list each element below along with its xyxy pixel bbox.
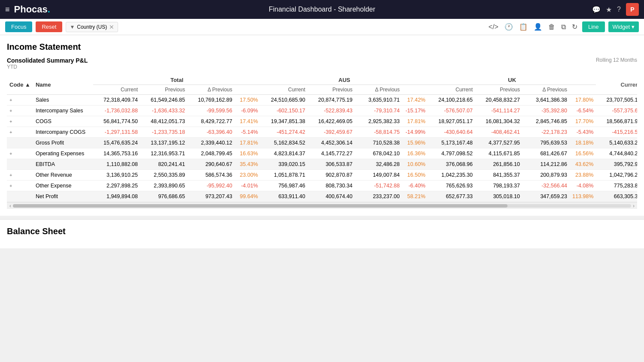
income-statement-section: Income Statement Consolidated Summary P&… bbox=[0, 35, 644, 216]
cell-aus-current: 24,510,685.90 bbox=[261, 95, 308, 106]
cell-name: EBITDA bbox=[33, 159, 93, 170]
refresh-icon[interactable]: ↻ bbox=[571, 21, 579, 32]
toolbar: Focus Reset ▼ Country (US) ✕ </> 🕐 📋 👤 🗑… bbox=[0, 19, 644, 35]
chat-icon[interactable]: 💬 bbox=[592, 6, 601, 14]
cell-extra-current: -557,375.64 bbox=[596, 106, 637, 116]
copy-icon[interactable]: ⧉ bbox=[560, 22, 567, 32]
scroll-left-icon[interactable]: ‹ bbox=[8, 203, 13, 209]
cell-code[interactable]: + bbox=[7, 181, 33, 191]
cell-aus-previous: 808,730.34 bbox=[308, 181, 355, 191]
cell-total-pct: -6.09% bbox=[235, 106, 261, 116]
cell-total-delta: -63,396.40 bbox=[188, 127, 235, 138]
horizontal-scrollbar[interactable]: ‹ › bbox=[7, 202, 637, 209]
cell-aus-previous: 20,874,775.19 bbox=[308, 95, 355, 106]
income-table: Code ▲ Name Total AUS UK Current Current… bbox=[7, 75, 637, 202]
scrollbar-thumb[interactable] bbox=[13, 204, 507, 208]
cell-code[interactable] bbox=[7, 138, 33, 148]
balance-sheet-section: Balance Sheet bbox=[0, 219, 644, 248]
cell-total-previous: 2,550,335.89 bbox=[140, 170, 188, 181]
cell-code[interactable]: + bbox=[7, 148, 33, 159]
cell-uk-delta: 114,212.86 bbox=[522, 159, 570, 170]
cell-extra-current: 663,305.35 bbox=[596, 191, 637, 202]
cell-uk-pct: 23.88% bbox=[570, 170, 596, 181]
scroll-right-icon[interactable]: › bbox=[631, 203, 636, 209]
cell-uk-previous: 20,458,832.27 bbox=[475, 95, 522, 106]
expand-icon[interactable]: + bbox=[9, 108, 12, 113]
cell-aus-current: 756,987.46 bbox=[261, 181, 308, 191]
expand-icon[interactable]: + bbox=[9, 130, 12, 135]
cell-name: Other Expense bbox=[33, 181, 93, 191]
cell-aus-current: 633,911.40 bbox=[261, 191, 308, 202]
cell-aus-pct: 58.21% bbox=[402, 191, 428, 202]
trash-icon[interactable]: 🗑 bbox=[547, 22, 556, 32]
cell-aus-current: 19,347,851.38 bbox=[261, 116, 308, 127]
widget-button[interactable]: Widget ▾ bbox=[608, 21, 639, 32]
reset-button[interactable]: Reset bbox=[36, 21, 62, 32]
cell-aus-current: 339,020.15 bbox=[261, 159, 308, 170]
cell-aus-previous: 400,674.40 bbox=[308, 191, 355, 202]
expand-icon[interactable]: + bbox=[9, 183, 12, 188]
cell-total-current: 3,136,910.25 bbox=[93, 170, 140, 181]
table-icon[interactable]: 📋 bbox=[518, 21, 529, 32]
hamburger-icon[interactable]: ≡ bbox=[5, 5, 10, 14]
cell-code[interactable]: + bbox=[7, 106, 33, 116]
balance-sheet-title: Balance Sheet bbox=[7, 226, 637, 236]
clock-icon[interactable]: 🕐 bbox=[503, 21, 514, 32]
cell-code[interactable] bbox=[7, 191, 33, 202]
cell-uk-current: 4,797,098.52 bbox=[428, 148, 475, 159]
cell-uk-previous: -541,114.27 bbox=[475, 106, 522, 116]
cell-extra-current: 18,566,871.95 bbox=[596, 116, 637, 127]
cell-total-previous: 820,241.41 bbox=[140, 159, 188, 170]
focus-button[interactable]: Focus bbox=[5, 21, 32, 32]
cell-uk-delta: -22,178.23 bbox=[522, 127, 570, 138]
cell-extra-current: -415,216.52 bbox=[596, 127, 637, 138]
cell-extra-current: 5,140,633.24 bbox=[596, 138, 637, 148]
th-aus-pct bbox=[402, 85, 428, 95]
cell-aus-current: 5,162,834.52 bbox=[261, 138, 308, 148]
cell-uk-delta: 681,426.67 bbox=[522, 148, 570, 159]
cell-code[interactable]: + bbox=[7, 116, 33, 127]
cell-total-current: -1,297,131.58 bbox=[93, 127, 140, 138]
cell-total-pct: 17.41% bbox=[235, 116, 261, 127]
cell-extra-current: 23,707,505.19 bbox=[596, 95, 637, 106]
cell-uk-current: 765,626.93 bbox=[428, 181, 475, 191]
cell-uk-delta: -32,566.44 bbox=[522, 181, 570, 191]
cell-total-pct: -4.01% bbox=[235, 181, 261, 191]
cell-aus-delta: 710,528.38 bbox=[355, 138, 402, 148]
expand-icon[interactable]: + bbox=[9, 172, 12, 178]
cell-uk-previous: 16,081,304.32 bbox=[475, 116, 522, 127]
th-total-delta: Δ Previous bbox=[188, 85, 235, 95]
filter-close-icon[interactable]: ✕ bbox=[109, 24, 114, 30]
cell-code[interactable]: + bbox=[7, 127, 33, 138]
cell-aus-delta: -51,742.88 bbox=[355, 181, 402, 191]
cell-uk-pct: -6.54% bbox=[570, 106, 596, 116]
user-add-icon[interactable]: 👤 bbox=[532, 21, 544, 32]
cell-code[interactable]: + bbox=[7, 95, 33, 106]
cell-aus-pct: 16.50% bbox=[402, 170, 428, 181]
th-uk-delta: Δ Previous bbox=[522, 85, 570, 95]
cell-total-current: 56,841,774.50 bbox=[93, 116, 140, 127]
cell-code[interactable] bbox=[7, 159, 33, 170]
widget-label: Widget bbox=[613, 24, 630, 30]
cell-extra-current: 4,744,840.27 bbox=[596, 148, 637, 159]
th-code[interactable]: Code ▲ bbox=[7, 75, 33, 95]
cell-uk-delta: -35,392.80 bbox=[522, 106, 570, 116]
cell-code[interactable]: + bbox=[7, 170, 33, 181]
line-button[interactable]: Line bbox=[582, 21, 605, 32]
expand-icon[interactable]: + bbox=[9, 119, 12, 124]
expand-icon[interactable]: + bbox=[9, 97, 12, 103]
cell-total-pct: -5.14% bbox=[235, 127, 261, 138]
star-icon[interactable]: ★ bbox=[606, 6, 612, 14]
help-icon[interactable]: ? bbox=[617, 6, 621, 13]
cell-uk-current: -430,640.64 bbox=[428, 127, 475, 138]
user-avatar[interactable]: P bbox=[626, 3, 639, 16]
expand-icon[interactable]: + bbox=[9, 151, 12, 156]
cell-name: Net Profit bbox=[33, 191, 93, 202]
cell-total-delta: -95,992.40 bbox=[188, 181, 235, 191]
th-group-uk: UK bbox=[428, 75, 596, 85]
cell-total-previous: 12,316,953.71 bbox=[140, 148, 188, 159]
income-table-wrapper[interactable]: Code ▲ Name Total AUS UK Current Current… bbox=[7, 75, 637, 202]
code-icon[interactable]: </> bbox=[487, 22, 500, 32]
scrollbar-track[interactable] bbox=[13, 204, 631, 208]
cell-extra-current: 775,283.86 bbox=[596, 181, 637, 191]
